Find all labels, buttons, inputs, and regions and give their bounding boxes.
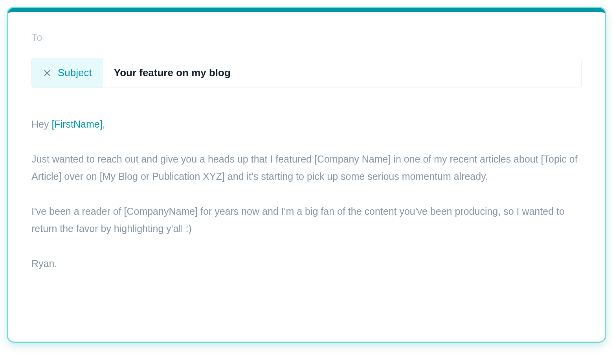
email-body[interactable]: Hey [FirstName], Just wanted to reach ou… [31,115,582,272]
greeting-line: Hey [FirstName], [31,115,582,133]
subject-row: Subject Your feature on my blog [31,58,582,88]
body-paragraph-2: I've been a reader of [CompanyName] for … [31,203,582,238]
to-field-label[interactable]: To [31,31,582,44]
subject-input[interactable]: Your feature on my blog [103,58,581,88]
subject-label-wrap: Subject [32,58,103,88]
greeting-prefix: Hey [31,119,51,130]
subject-label: Subject [58,67,92,79]
close-icon[interactable] [43,69,51,77]
greeting-suffix: , [103,119,105,130]
signature: Ryan. [31,255,582,273]
body-paragraph-1: Just wanted to reach out and give you a … [31,150,582,185]
firstname-token: [FirstName] [51,119,102,130]
email-compose-card: To Subject Your feature on my blog Hey [… [8,8,605,342]
